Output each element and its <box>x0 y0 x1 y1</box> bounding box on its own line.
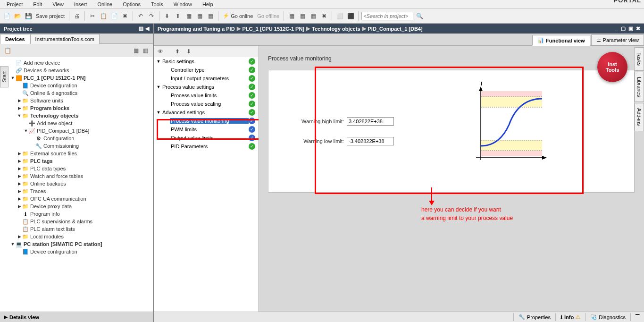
tree-item[interactable]: 📋PLC supervisions & alarms <box>0 218 153 225</box>
snav-item[interactable]: Controller type✓ <box>154 66 258 74</box>
window-float-icon[interactable]: ▣ <box>628 25 633 32</box>
tree-item[interactable]: ▶📁Device proxy data <box>0 203 153 210</box>
breadcrumb-item[interactable]: PLC_1 [CPU 1512C-1 PN] <box>243 26 304 32</box>
tree-item[interactable]: 📘Device configuration <box>0 82 153 89</box>
tb-icon-7[interactable]: ✖ <box>319 11 329 21</box>
tb-icon-4[interactable]: ▦ <box>287 11 296 21</box>
snav-item[interactable]: ▼Process value settings✓ <box>154 83 258 91</box>
tree-item[interactable]: 📄Add new device <box>0 59 153 67</box>
menu-view[interactable]: View <box>48 0 68 8</box>
menu-online[interactable]: Online <box>92 0 117 8</box>
pin-icon[interactable]: ◀ <box>145 25 149 32</box>
snav-item[interactable]: Process value monitoring✓ <box>154 117 258 125</box>
snav-item[interactable]: PID Parameters✓ <box>154 142 258 151</box>
collapse-icon[interactable]: ▥ <box>139 25 143 32</box>
tb-icon-6[interactable]: ▦ <box>309 11 318 21</box>
high-limit-input[interactable] <box>347 117 394 126</box>
tb-icon-3[interactable]: ▦ <box>206 11 215 21</box>
tree-item[interactable]: ▼📈PID_Compact_1 [DB4] <box>0 127 153 135</box>
menu-insert[interactable]: Insert <box>69 0 92 8</box>
breadcrumb-item[interactable]: Technology objects <box>312 26 360 32</box>
breadcrumb-item[interactable]: PID_Compact_1 [DB4] <box>368 26 423 32</box>
menu-project[interactable]: Project <box>2 0 27 8</box>
vtab-libraries[interactable]: Libraries <box>635 72 644 102</box>
tree-view2-icon[interactable]: ▦ <box>141 46 150 55</box>
tree-item[interactable]: ▶📁Online backups <box>0 180 153 187</box>
tree-item[interactable]: ▶📁Traces <box>0 187 153 195</box>
snav-tool2-icon[interactable]: ⬆ <box>173 47 182 56</box>
status-info[interactable]: ℹInfo ⚠ <box>555 313 585 321</box>
snav-item[interactable]: ▼Basic settings✓ <box>154 57 258 66</box>
tree-item[interactable]: ▶📁External source files <box>0 150 153 157</box>
status-diagnostics[interactable]: 🩺Diagnostics <box>585 313 630 321</box>
status-collapse[interactable]: ▔ <box>630 313 644 321</box>
tree-item[interactable]: ▼💻PC station [SIMATIC PC station] <box>0 240 153 248</box>
tb-icon-2[interactable]: ▦ <box>195 11 204 21</box>
search-go-icon[interactable]: 🔍 <box>415 11 424 21</box>
snav-tool1-icon[interactable]: 👁 <box>156 47 165 56</box>
tree-item[interactable]: 🔗Devices & networks <box>0 67 153 74</box>
tree-item[interactable]: ▶📁Local modules <box>0 233 153 240</box>
start-tab[interactable]: Start <box>0 66 8 87</box>
window-min-icon[interactable]: _ <box>615 25 618 32</box>
tab-instrumentation[interactable]: InstrumentationTools.com <box>30 34 100 44</box>
tree-item[interactable]: 📋PLC alarm text lists <box>0 225 153 233</box>
snav-item[interactable]: Output value limits✓ <box>154 134 258 142</box>
tree-tool-icon[interactable]: 📋 <box>3 46 12 55</box>
low-limit-input[interactable] <box>347 137 394 145</box>
window-max-icon[interactable]: ▢ <box>621 25 626 32</box>
tree-item[interactable]: ▶📁Program blocks <box>0 104 153 112</box>
tree-item[interactable]: 📘Device configuration <box>0 248 153 255</box>
breadcrumb-item[interactable]: Programming and Tuning a PID <box>158 26 235 32</box>
new-icon[interactable]: 📄 <box>2 11 11 21</box>
open-icon[interactable]: 📂 <box>13 11 22 21</box>
paste-icon[interactable]: 📄 <box>109 11 119 21</box>
download-icon[interactable]: ⬇ <box>162 11 172 21</box>
tb-icon-1[interactable]: ▦ <box>184 11 193 21</box>
project-tree[interactable]: 📄Add new device🔗Devices & networks▼🟧PLC_… <box>0 57 153 312</box>
tree-item[interactable]: ⚙Configuration <box>0 135 153 142</box>
tb-icon-5[interactable]: ▦ <box>298 11 307 21</box>
tree-item[interactable]: ▶📁OPC UA communication <box>0 195 153 203</box>
menu-window[interactable]: Window <box>169 0 197 8</box>
tab-devices[interactable]: Devices <box>0 34 30 44</box>
snav-item[interactable]: Input / output parameters✓ <box>154 74 258 83</box>
undo-icon[interactable]: ↶ <box>136 11 145 21</box>
tree-item[interactable]: ▶📁PLC data types <box>0 165 153 172</box>
status-properties[interactable]: 🔧Properties <box>513 313 555 321</box>
snav-item[interactable]: ▼Advanced settings✓ <box>154 108 258 117</box>
copy-icon[interactable]: 📋 <box>99 11 108 21</box>
upload-icon[interactable]: ⬆ <box>173 11 183 21</box>
save-icon[interactable]: 💾 <box>24 11 33 21</box>
snav-item[interactable]: Process value limits✓ <box>154 91 258 100</box>
vtab-addins[interactable]: Add-ins <box>635 103 644 131</box>
snav-item[interactable]: Process value scaling✓ <box>154 100 258 108</box>
window-close-icon[interactable]: ✖ <box>636 25 640 32</box>
delete-icon[interactable]: ✖ <box>120 11 130 21</box>
search-input[interactable] <box>361 12 413 20</box>
print-icon[interactable]: 🖨 <box>72 11 82 21</box>
tree-view1-icon[interactable]: ▦ <box>131 46 141 55</box>
snav-tool3-icon[interactable]: ⬇ <box>184 47 193 56</box>
split-h-icon[interactable]: ⬜ <box>335 11 344 21</box>
tree-item[interactable]: ℹProgram info <box>0 210 153 218</box>
menu-options[interactable]: Options <box>118 0 145 8</box>
tab-parameter-view[interactable]: ☰Parameter view <box>591 34 644 45</box>
tree-item[interactable]: ➕Add new object <box>0 119 153 127</box>
tree-item[interactable]: 🔍Online & diagnostics <box>0 89 153 97</box>
split-v-icon[interactable]: ⬛ <box>346 11 355 21</box>
tree-item[interactable]: ▶📁Watch and force tables <box>0 172 153 180</box>
cut-icon[interactable]: ✂ <box>88 11 97 21</box>
tree-item[interactable]: ▼📁Technology objects <box>0 112 153 119</box>
snav-item[interactable]: PWM limits✓ <box>154 125 258 134</box>
tree-item[interactable]: ▶📁PLC tags <box>0 157 153 165</box>
tree-item[interactable]: 🔧Commissioning <box>0 142 153 150</box>
tree-item[interactable]: ▼🟧PLC_1 [CPU 1512C-1 PN] <box>0 74 153 82</box>
details-view-bar[interactable]: ▶ Details view <box>0 312 153 322</box>
go-online-button[interactable]: ⚡Go online <box>221 13 254 19</box>
vtab-tasks[interactable]: Tasks <box>635 47 644 71</box>
tree-item[interactable]: ▶📁Software units <box>0 97 153 104</box>
menu-edit[interactable]: Edit <box>28 0 47 8</box>
menu-help[interactable]: Help <box>198 0 218 8</box>
tab-functional-view[interactable]: 📊Functional view <box>532 35 590 46</box>
